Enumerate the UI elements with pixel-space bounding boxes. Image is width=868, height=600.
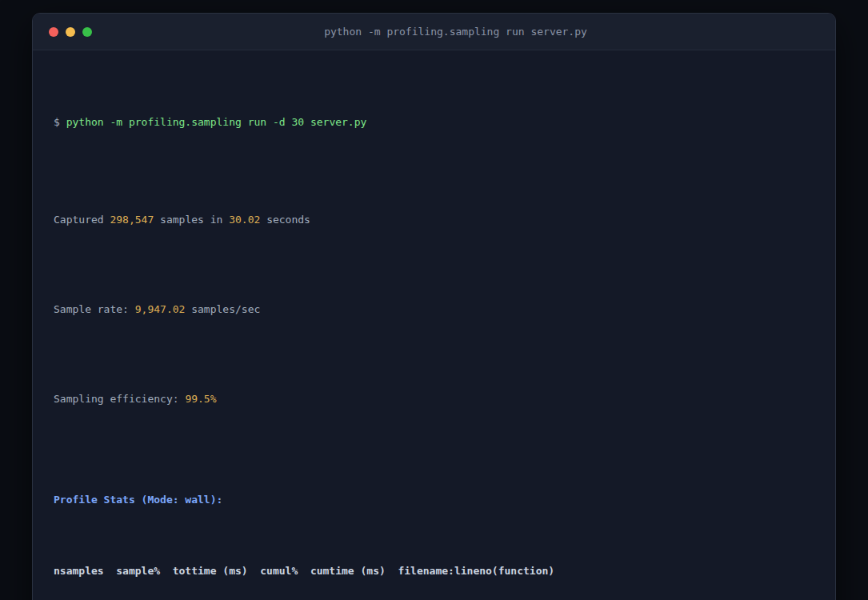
command-text: python -m profiling.sampling run -d 30 s… [66,116,367,128]
profile-stats-heading: Profile Stats (Mode: wall): [54,489,814,511]
efficiency-label: Sampling efficiency: [54,393,185,405]
efficiency-line: Sampling efficiency: 99.5% [54,388,814,410]
rate-unit: samples/sec [185,303,260,315]
captured-mid-label: samples in [154,214,229,226]
shell-prompt: $ [54,116,66,128]
captured-line: Captured 298,547 samples in 30.02 second… [54,209,814,231]
desktop: { "colors": { "page-bg": "#0a0d13", "win… [0,0,868,600]
rate-label: Sample rate: [54,303,135,315]
captured-samples: 298,547 [110,214,154,226]
terminal-window: python -m profiling.sampling run server.… [32,13,836,600]
captured-duration: 30.02 [229,214,260,226]
close-button[interactable] [49,27,58,37]
captured-unit: seconds [260,214,310,226]
window-title: python -m profiling.sampling run server.… [92,26,819,38]
rate-value: 9,947.02 [135,303,186,315]
terminal-output: $ python -m profiling.sampling run -d 30… [33,50,835,600]
sample-rate-line: Sample rate: 9,947.02 samples/sec [54,298,814,321]
minimize-button[interactable] [66,27,75,37]
titlebar: python -m profiling.sampling run server.… [33,14,835,50]
columns-header: nsamples sample% tottime (ms) cumul% cum… [54,562,814,580]
window-controls [49,27,92,37]
captured-label: Captured [54,214,110,226]
command-line: $ python -m profiling.sampling run -d 30… [54,111,814,134]
zoom-button[interactable] [82,27,92,37]
efficiency-value: 99.5% [185,393,216,405]
